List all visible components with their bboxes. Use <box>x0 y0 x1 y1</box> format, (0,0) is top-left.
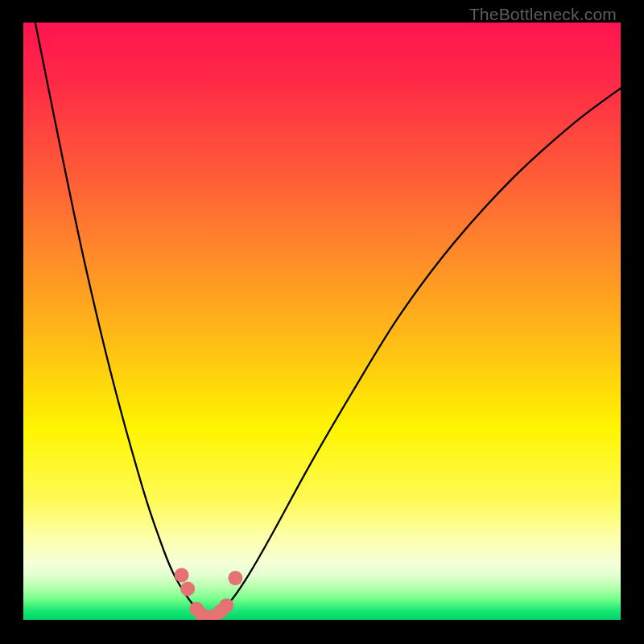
chart-frame: TheBottleneck.com <box>0 0 644 644</box>
bottleneck-curve <box>35 23 621 619</box>
valley-dot <box>228 571 242 585</box>
curve-layer <box>23 23 621 620</box>
valley-markers <box>175 568 243 620</box>
valley-dot <box>219 598 233 613</box>
plot-area <box>23 23 621 620</box>
watermark-text: TheBottleneck.com <box>469 5 617 24</box>
valley-dot <box>175 568 189 582</box>
valley-dot <box>180 581 195 596</box>
